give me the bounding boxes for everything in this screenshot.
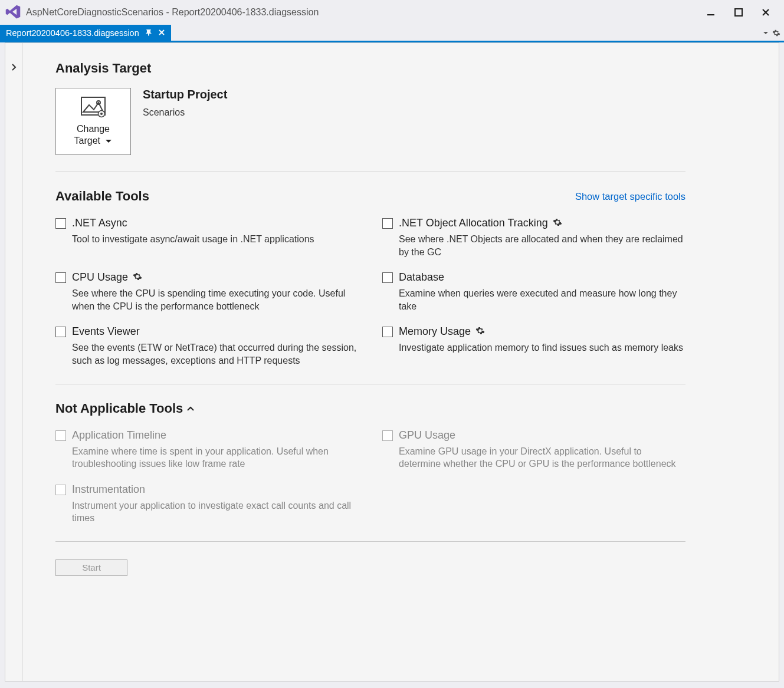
gear-icon[interactable] xyxy=(133,272,142,283)
tool-gpu: GPU Usage Examine GPU usage in your Dire… xyxy=(382,429,685,470)
tool-desc: See where .NET Objects are allocated and… xyxy=(399,233,685,258)
svg-rect-1 xyxy=(735,9,742,16)
gear-icon[interactable] xyxy=(475,326,485,337)
tool-desc: Tool to investigate async/await usage in… xyxy=(72,233,359,246)
document-tab[interactable]: Report20200406-1833.diagsession xyxy=(0,25,171,41)
checkbox-cpu[interactable] xyxy=(55,272,66,283)
tab-label: Report20200406-1833.diagsession xyxy=(6,28,139,38)
tool-desc: See the events (ETW or NetTrace) that oc… xyxy=(72,341,359,367)
tool-desc: Instrument your application to investiga… xyxy=(72,499,359,525)
side-gutter[interactable] xyxy=(5,42,22,682)
checkbox-instrumentation xyxy=(55,485,66,495)
tool-title: GPU Usage xyxy=(399,429,455,442)
show-target-specific-link[interactable]: Show target specific tools xyxy=(575,191,685,202)
not-applicable-grid: Application Timeline Examine where time … xyxy=(55,429,685,525)
chevron-up-icon xyxy=(186,404,195,413)
title-bar: AspNetCoreDiagnosticScenarios - Report20… xyxy=(0,0,784,25)
tool-database: Database Examine when queries were execu… xyxy=(382,271,685,312)
tool-desc: Examine GPU usage in your DirectX applic… xyxy=(399,445,685,470)
vs-logo-icon xyxy=(5,4,21,22)
change-target-label-1: Change xyxy=(77,123,110,135)
tool-events: Events Viewer See the events (ETW or Net… xyxy=(55,325,359,367)
target-info: Startup Project Scenarios xyxy=(143,88,227,118)
minimize-button[interactable] xyxy=(698,4,725,21)
divider xyxy=(55,172,685,172)
tool-cpu: CPU Usage See where the CPU is spending … xyxy=(55,271,359,312)
window-title: AspNetCoreDiagnosticScenarios - Report20… xyxy=(26,7,698,18)
divider xyxy=(55,384,685,384)
tool-net-alloc: .NET Object Allocation Tracking See wher… xyxy=(382,217,685,258)
tool-net-async: .NET Async Tool to investigate async/awa… xyxy=(55,217,359,258)
tool-title: .NET Async xyxy=(72,217,127,229)
checkbox-gpu xyxy=(382,430,393,441)
tool-desc: Examine where time is spent in your appl… xyxy=(72,445,359,470)
gear-icon[interactable] xyxy=(553,218,562,229)
tool-desc: See where the CPU is spending time execu… xyxy=(72,287,359,312)
checkbox-events[interactable] xyxy=(55,327,66,337)
change-target-button[interactable]: Change Target xyxy=(55,88,131,155)
start-button[interactable]: Start xyxy=(55,559,127,576)
tool-title: Events Viewer xyxy=(72,325,140,338)
tool-title: CPU Usage xyxy=(72,271,128,284)
close-button[interactable] xyxy=(752,4,779,21)
checkbox-net-async[interactable] xyxy=(55,218,66,229)
maximize-button[interactable] xyxy=(725,4,752,21)
chevron-right-icon xyxy=(11,63,17,681)
svg-point-5 xyxy=(100,113,103,115)
checkbox-net-alloc[interactable] xyxy=(382,218,393,229)
target-title: Startup Project xyxy=(143,88,227,101)
tool-title: .NET Object Allocation Tracking xyxy=(399,217,548,229)
change-target-label-2: Target xyxy=(74,136,100,146)
available-tools-heading: Available Tools xyxy=(55,189,149,204)
tab-strip: Report20200406-1833.diagsession xyxy=(0,25,784,42)
tool-desc: Examine when queries were executed and m… xyxy=(399,287,685,312)
checkbox-app-timeline xyxy=(55,430,66,441)
start-button-label: Start xyxy=(82,562,101,572)
checkbox-memory[interactable] xyxy=(382,327,393,337)
tool-instrumentation: Instrumentation Instrument your applicat… xyxy=(55,483,359,525)
tool-title: Database xyxy=(399,271,444,284)
target-subtitle: Scenarios xyxy=(143,107,227,118)
tool-app-timeline: Application Timeline Examine where time … xyxy=(55,429,359,470)
close-tab-icon[interactable] xyxy=(158,28,165,38)
window-controls xyxy=(698,4,779,21)
tab-overflow-icon[interactable] xyxy=(763,30,769,36)
tool-title: Instrumentation xyxy=(72,483,145,496)
target-image-icon xyxy=(81,97,106,120)
divider xyxy=(55,541,685,542)
tool-memory: Memory Usage Investigate application mem… xyxy=(382,325,685,367)
svg-rect-0 xyxy=(707,14,714,15)
analysis-target-heading: Analysis Target xyxy=(55,61,685,76)
checkbox-database[interactable] xyxy=(382,272,393,283)
body: Analysis Target Change xyxy=(0,42,784,686)
caret-down-icon xyxy=(105,135,112,147)
document-area: Analysis Target Change xyxy=(22,42,779,682)
not-applicable-header[interactable]: Not Applicable Tools xyxy=(55,401,685,416)
available-tools-grid: .NET Async Tool to investigate async/awa… xyxy=(55,217,685,367)
tab-options-gear-icon[interactable] xyxy=(772,29,780,37)
not-applicable-heading: Not Applicable Tools xyxy=(55,401,183,416)
pin-icon[interactable] xyxy=(145,28,152,38)
tool-title: Memory Usage xyxy=(399,325,471,338)
tool-desc: Investigate application memory to find i… xyxy=(399,341,685,354)
tool-title: Application Timeline xyxy=(72,429,166,442)
